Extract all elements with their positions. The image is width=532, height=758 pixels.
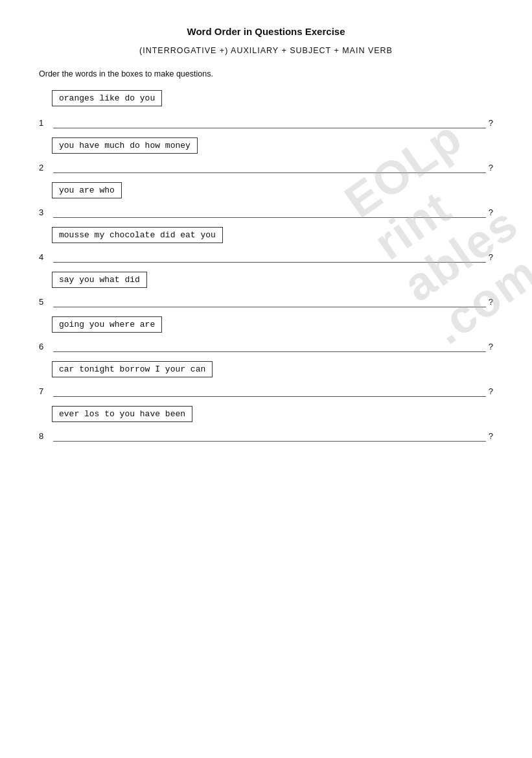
question-mark-1: ? — [489, 118, 493, 128]
question-mark-8: ? — [489, 431, 493, 441]
question-mark-7: ? — [489, 386, 493, 396]
word-box-6: car tonight borrow I your can — [52, 361, 213, 377]
line-number-1: 1 — [39, 118, 51, 128]
example-word-box: oranges like do you — [52, 90, 162, 106]
question-mark-4: ? — [489, 252, 493, 262]
example-block: oranges like do you — [39, 90, 493, 110]
answer-line-7[interactable] — [53, 385, 486, 397]
line-number-4: 4 — [39, 252, 51, 262]
word-box-7: ever los to you have been — [52, 406, 192, 422]
exercise-block-8: 8 ? — [39, 430, 493, 442]
answer-line-row-4: 4 ? — [39, 251, 493, 263]
word-box-2: you are who — [52, 182, 122, 198]
line-number-5: 5 — [39, 297, 51, 307]
question-mark-5: ? — [489, 297, 493, 307]
word-box-4: say you what did — [52, 272, 147, 288]
formula: (INTERROGATIVE +) AUXILIARY + SUBJECT + … — [39, 46, 493, 55]
answer-line-5[interactable] — [53, 296, 486, 307]
answer-line-6[interactable] — [53, 340, 486, 352]
question-mark-6: ? — [489, 342, 493, 351]
answer-line-row-5: 5 ? — [39, 296, 493, 307]
exercise-block-3: 3 ? mousse my chocolate did eat you — [39, 206, 493, 247]
answer-line-row-6: 6 ? — [39, 340, 493, 352]
question-mark-3: ? — [489, 207, 493, 217]
line-number-8: 8 — [39, 431, 51, 441]
instructions: Order the words in the boxes to make que… — [39, 69, 493, 78]
answer-line-2[interactable] — [53, 161, 486, 173]
word-box-1: you have much do how money — [52, 137, 198, 154]
exercise-block-7: 7 ? ever los to you have been — [39, 385, 493, 426]
word-box-5: going you where are — [52, 316, 162, 333]
exercise-block-4: 4 ? say you what did — [39, 251, 493, 292]
line-number-2: 2 — [39, 163, 51, 172]
question-mark-2: ? — [489, 163, 493, 172]
exercise-block-5: 5 ? going you where are — [39, 296, 493, 337]
line-number-7: 7 — [39, 386, 51, 396]
exercise-block-1: 1 ? you have much do how money — [39, 117, 493, 158]
answer-line-8[interactable] — [53, 430, 486, 442]
answer-line-row-2: 2 ? — [39, 161, 493, 173]
exercise-block-2: 2 ? you are who — [39, 161, 493, 202]
line-number-3: 3 — [39, 207, 51, 217]
exercise-block-6: 6 ? car tonight borrow I your can — [39, 340, 493, 381]
answer-line-row-8: 8 ? — [39, 430, 493, 442]
word-box-3: mousse my chocolate did eat you — [52, 227, 223, 243]
page-title: Word Order in Questions Exercise — [39, 26, 493, 37]
answer-line-row-3: 3 ? — [39, 206, 493, 218]
answer-line-row-7: 7 ? — [39, 385, 493, 397]
line-number-6: 6 — [39, 342, 51, 351]
answer-line-4[interactable] — [53, 251, 486, 263]
answer-line-1[interactable] — [53, 117, 486, 128]
answer-line-3[interactable] — [53, 206, 486, 218]
answer-line-row-1: 1 ? — [39, 117, 493, 128]
